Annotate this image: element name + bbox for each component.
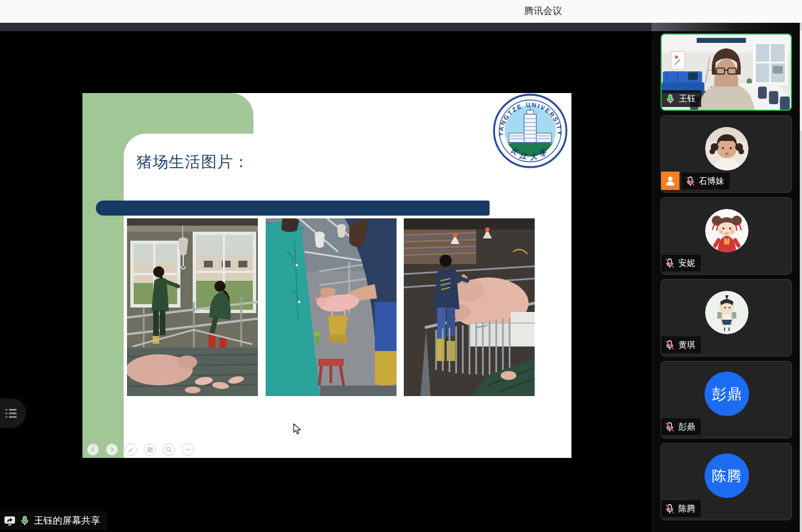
app-title: 腾讯会议 bbox=[496, 0, 590, 22]
participant-name: 安妮 bbox=[678, 258, 695, 269]
next-slide-button[interactable] bbox=[106, 443, 118, 456]
sidebar-top-strip bbox=[652, 23, 802, 31]
person-icon bbox=[664, 175, 676, 187]
magnifier-button[interactable] bbox=[163, 443, 175, 456]
participants-sidebar: 王钰 bbox=[652, 23, 802, 532]
university-logo-icon: YANGTZE UNIVERSITY 长江大学 bbox=[492, 93, 568, 169]
participant-avatar-initials: 陈腾 bbox=[705, 453, 749, 498]
participant-label: 彭鼎 bbox=[661, 418, 701, 435]
mic-muted-icon bbox=[685, 176, 696, 187]
participant-tile-wangyu[interactable]: 王钰 bbox=[661, 33, 792, 111]
app-window: 腾讯会议 猪场生活图片： bbox=[0, 0, 802, 532]
mouse-cursor-icon bbox=[293, 423, 301, 435]
participant-label: 黄琪 bbox=[661, 336, 701, 353]
participant-label: 石博妹 bbox=[682, 173, 730, 189]
zoom-icon bbox=[164, 445, 173, 454]
participant-name: 石博妹 bbox=[699, 176, 724, 187]
participant-avatar bbox=[705, 209, 749, 252]
participant-avatar bbox=[705, 127, 749, 170]
slide-photo-piglet bbox=[266, 218, 397, 396]
slides-icon bbox=[145, 445, 154, 454]
screen-share-banner: 王钰的屏幕共享 bbox=[0, 511, 107, 530]
next-icon bbox=[107, 445, 116, 454]
mic-muted-icon bbox=[664, 340, 675, 350]
slide-panel-button[interactable] bbox=[144, 443, 156, 456]
participant-tile-chenteng[interactable]: 陈腾 陈腾 bbox=[661, 443, 792, 520]
list-icon bbox=[4, 406, 18, 421]
participant-label: 王钰 bbox=[662, 90, 701, 107]
participant-name: 彭鼎 bbox=[678, 422, 695, 432]
more-options-button[interactable] bbox=[182, 443, 194, 456]
mic-muted-icon bbox=[664, 258, 675, 269]
prev-slide-button[interactable] bbox=[87, 443, 99, 456]
participant-tile-pengding[interactable]: 彭鼎 彭鼎 bbox=[661, 361, 792, 438]
participant-tile-shibomei[interactable]: 石博妹 bbox=[661, 115, 792, 193]
share-banner-label: 王钰的屏幕共享 bbox=[34, 514, 100, 527]
slide-title: 猪场生活图片： bbox=[136, 152, 250, 173]
mic-on-icon bbox=[665, 94, 676, 104]
participant-name: 王钰 bbox=[679, 94, 696, 104]
screen-share-area: 猪场生活图片： bbox=[0, 23, 652, 532]
shared-screen-top-strip bbox=[0, 23, 652, 31]
participant-tile-anni[interactable]: 安妮 bbox=[661, 197, 792, 275]
slide-photo-sow bbox=[404, 218, 535, 396]
profile-person-badge bbox=[661, 172, 679, 190]
more-icon bbox=[183, 445, 192, 454]
sidebar-scrollbar[interactable] bbox=[800, 23, 802, 532]
share-screen-icon bbox=[4, 516, 16, 526]
prev-icon bbox=[89, 445, 97, 454]
annotate-pen-button[interactable] bbox=[125, 443, 137, 456]
participant-avatar-initials: 彭鼎 bbox=[705, 372, 749, 416]
mic-on-icon bbox=[19, 515, 30, 526]
participant-name: 陈腾 bbox=[678, 504, 695, 514]
participant-list-toggle-button[interactable] bbox=[0, 398, 26, 428]
mic-muted-icon bbox=[664, 422, 675, 432]
slide-divider-bar bbox=[96, 201, 490, 216]
presentation-slide: 猪场生活图片： bbox=[82, 93, 571, 458]
participant-label: 安妮 bbox=[661, 255, 701, 271]
participant-tile-huangqi[interactable]: 黄琪 bbox=[661, 279, 792, 357]
window-titlebar: 腾讯会议 bbox=[0, 0, 802, 23]
pen-icon bbox=[126, 445, 135, 454]
participant-name: 黄琪 bbox=[678, 340, 695, 350]
participant-avatar bbox=[705, 291, 749, 334]
participant-label: 陈腾 bbox=[661, 500, 701, 517]
slide-photo-barn-workers bbox=[127, 218, 258, 396]
slideshow-toolbar bbox=[87, 443, 194, 456]
mic-muted-icon bbox=[664, 504, 675, 514]
scrollbar-thumb[interactable] bbox=[800, 31, 802, 131]
